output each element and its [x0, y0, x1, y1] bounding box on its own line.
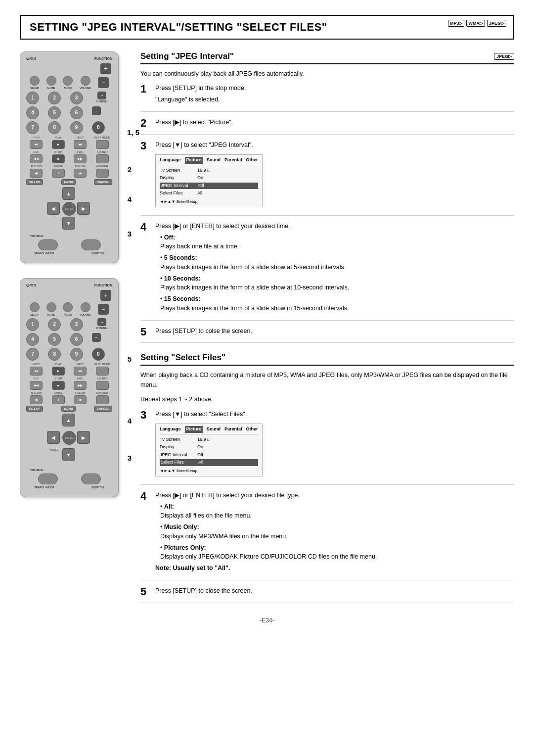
- nav-right-1[interactable]: ▶: [77, 202, 90, 215]
- btn-3b[interactable]: 3: [70, 318, 83, 331]
- rev-btn-2[interactable]: ◀◀: [30, 381, 43, 390]
- btn-2[interactable]: 2: [48, 92, 61, 104]
- fslow-btn[interactable]: |▶: [74, 169, 87, 178]
- osd-tab-picture-1: Picture: [185, 157, 203, 164]
- play-btn-2[interactable]: ▶: [52, 367, 65, 376]
- osd-label-tvscreen-2: Tv Screen: [160, 436, 194, 443]
- volume-btn[interactable]: [81, 76, 90, 86]
- rslow-btn[interactable]: ◀|: [30, 169, 43, 178]
- slow-label-row-2: R.SLOW PAUSE F.SLOW MARKER: [24, 391, 114, 394]
- enter-btn-2[interactable]: ENTER: [62, 431, 76, 445]
- nav-down-2[interactable]: ▼: [62, 448, 75, 461]
- volume-btn-2[interactable]: [81, 302, 90, 312]
- section1-title-text: Setting "JPEG Interval": [140, 51, 234, 61]
- osd-menu-2: Language Picture Sound Parental Other Tv…: [155, 424, 263, 476]
- page-title: SETTING "JPEG INTERVAL"/SETTING "SELECT …: [30, 21, 327, 33]
- osd-label-selectfiles-1: Select Files: [160, 190, 194, 197]
- rev-btn[interactable]: ◀◀: [30, 154, 43, 163]
- next-btn-2[interactable]: ⏭: [74, 367, 87, 376]
- nav-right-2[interactable]: ▶: [77, 431, 90, 444]
- cancel-btn-1[interactable]: CANCEL: [94, 179, 112, 185]
- btn-0[interactable]: 0: [92, 121, 105, 134]
- btn-1b[interactable]: 1: [26, 318, 39, 331]
- search-mode-btn-2[interactable]: [38, 473, 58, 484]
- step2-text: Press [▶] to select "Picture".: [155, 118, 514, 127]
- nav-up-1[interactable]: ▲: [62, 187, 75, 200]
- mute-btn-2[interactable]: [46, 302, 56, 312]
- menu-btn-1[interactable]: MENU: [61, 179, 76, 185]
- prev-btn[interactable]: ⏮: [30, 140, 43, 149]
- sleep-btn-2[interactable]: [30, 302, 40, 312]
- btn-5[interactable]: 5: [48, 106, 61, 119]
- marker-btn[interactable]: [96, 169, 109, 178]
- minus-btn-2[interactable]: −: [98, 304, 109, 315]
- setup-btn-2[interactable]: SE▲UP: [26, 406, 43, 412]
- subtitle-btn-2[interactable]: [81, 473, 101, 484]
- step3: 3 Press [▼] to select "JPEG Interval". L…: [140, 141, 514, 216]
- btn-2b[interactable]: 2: [48, 318, 61, 331]
- stop-btn-2[interactable]: ■: [52, 381, 65, 390]
- btn-4b[interactable]: 4: [26, 333, 39, 346]
- btn-9b[interactable]: 9: [70, 348, 83, 361]
- plus-btn-2[interactable]: +: [100, 290, 111, 301]
- btn-6b[interactable]: 6: [70, 333, 83, 346]
- enter-btn-1[interactable]: ENTER: [62, 202, 76, 216]
- nav-left-1[interactable]: ◀: [47, 202, 60, 215]
- fwd-btn[interactable]: ▶▶: [74, 154, 87, 163]
- btn-6[interactable]: 6: [70, 106, 83, 119]
- search-mode-btn-1[interactable]: [38, 239, 58, 250]
- step5-content: Press [SETUP] to colse the screen.: [155, 327, 514, 338]
- ch-plus-1[interactable]: +: [97, 92, 106, 99]
- stop-btn[interactable]: ■: [52, 154, 65, 163]
- step4b-intro: Press [▶] or [ENTER] to select your desi…: [155, 491, 514, 500]
- sleep-btn[interactable]: [30, 76, 40, 86]
- btn-4[interactable]: 4: [26, 106, 39, 119]
- audio-btn[interactable]: [63, 76, 73, 86]
- step4-intro: Press [▶] or [ENTER] to select your desi…: [155, 222, 514, 231]
- fwd-btn-2[interactable]: ▶▶: [74, 381, 87, 390]
- abrep-btn[interactable]: [96, 154, 109, 163]
- osd-row-jpeg-interval-2: JPEG Interval Off: [160, 452, 258, 459]
- next-btn[interactable]: ⏭: [74, 140, 87, 149]
- header-badges: MP3▷ WMA▷ JPEG▷: [448, 20, 506, 27]
- remote1-wrapper: ⏻/ON FUNCTION + SLEEP MUTE: [20, 51, 119, 273]
- playmode-btn-2[interactable]: [96, 367, 109, 376]
- step4b-music: Music Only:Displays only MP3/WMA files o…: [160, 522, 514, 541]
- nav-up-2[interactable]: ▲: [62, 414, 75, 426]
- step5b-num: 5: [140, 586, 150, 598]
- audio-btn-2[interactable]: [63, 302, 73, 312]
- pause-btn-2[interactable]: ⏸: [52, 395, 65, 404]
- marker-btn-2[interactable]: [96, 395, 109, 404]
- mp3-badge: MP3▷: [448, 20, 465, 27]
- nav-left-2[interactable]: ◀: [47, 431, 60, 444]
- btn-7[interactable]: 7: [26, 121, 39, 134]
- prev-btn-2[interactable]: ⏮: [30, 367, 43, 376]
- btn-5b[interactable]: 5: [48, 333, 61, 346]
- rslow-btn-2[interactable]: ◀|: [30, 395, 43, 404]
- fslow-btn-2[interactable]: |▶: [74, 395, 87, 404]
- abrep-btn-2[interactable]: [96, 381, 109, 390]
- plus-btn-1[interactable]: +: [100, 63, 111, 74]
- mute-btn[interactable]: [46, 76, 56, 86]
- step4-5sec: 5 Seconds:Plays back images in the form …: [160, 253, 514, 272]
- btn-8[interactable]: 8: [48, 121, 61, 134]
- btn-8b[interactable]: 8: [48, 348, 61, 361]
- nav-down-1[interactable]: ▼: [62, 217, 75, 230]
- playmode-btn[interactable]: [96, 140, 109, 149]
- btn-1[interactable]: 1: [26, 92, 39, 104]
- btn-0b[interactable]: 0: [92, 348, 105, 361]
- setup-btn-1[interactable]: SE▲UP: [26, 179, 43, 185]
- btn-3[interactable]: 3: [70, 92, 83, 104]
- minus-btn-1[interactable]: −: [98, 77, 109, 88]
- play-btn[interactable]: ▶: [52, 140, 65, 149]
- menu-btn-2[interactable]: MENU: [61, 406, 76, 412]
- btn-7b[interactable]: 7: [26, 348, 39, 361]
- ch-minus-2[interactable]: −: [92, 333, 101, 342]
- subtitle-btn-1[interactable]: [81, 239, 101, 250]
- cancel-btn-2[interactable]: CANCEL: [94, 406, 112, 412]
- pause-btn[interactable]: ⏸: [52, 169, 65, 178]
- ch-plus-2[interactable]: +: [97, 318, 106, 326]
- top-btn-row-1: SLEEP MUTE AUDIO VOLUME −: [24, 76, 114, 90]
- btn-9[interactable]: 9: [70, 121, 83, 134]
- ch-minus-1[interactable]: −: [92, 106, 101, 115]
